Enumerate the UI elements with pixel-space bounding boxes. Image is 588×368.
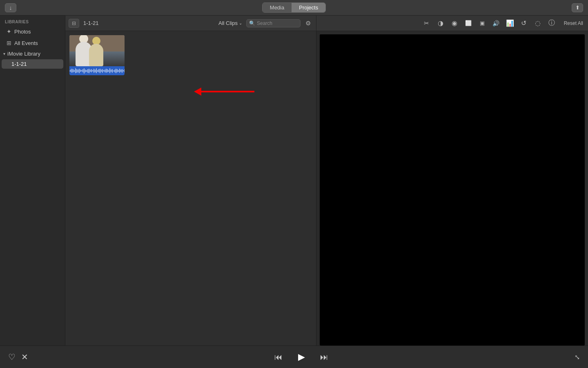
skip-forward-button[interactable]: ⏭ — [318, 351, 330, 363]
video-preview — [320, 34, 585, 346]
tune-button[interactable]: ✂ — [422, 18, 432, 28]
main-area: LIBRARIES ✦ Photos ⊞ All Events ▾ iMovie… — [0, 16, 588, 346]
crop-button[interactable]: ⬜ — [463, 18, 473, 28]
expand-button[interactable]: ⤡ — [575, 353, 580, 361]
balance-icon: ◉ — [452, 19, 457, 27]
clip-item[interactable] — [69, 35, 125, 75]
gear-icon: ⚙ — [305, 20, 311, 27]
equalizer-icon: 📊 — [506, 19, 514, 27]
arrow-head — [194, 88, 201, 96]
reject-button[interactable]: ✕ — [21, 352, 28, 362]
sidebar-item-label-all-events: All Events — [14, 40, 38, 46]
sidebar-library-label: iMovie Library — [7, 51, 40, 57]
video-toolbar: ✂ ◑ ◉ ⬜ ▣ 🔊 — [316, 16, 588, 31]
media-projects-tabs: Media Projects — [262, 2, 326, 13]
favorite-button[interactable]: ♡ — [8, 352, 16, 362]
red-arrow-annotation — [194, 88, 254, 96]
top-bar: ↓ Media Projects ⬆ — [0, 0, 588, 16]
panels-row — [65, 31, 588, 346]
info-icon: ⓘ — [548, 19, 555, 27]
sidebar-toggle-button[interactable]: ⊟ — [69, 19, 79, 28]
color-correction-button[interactable]: ◑ — [436, 18, 445, 28]
sidebar: LIBRARIES ✦ Photos ⊞ All Events ▾ iMovie… — [0, 16, 65, 346]
audio-button[interactable]: 🔊 — [491, 18, 501, 28]
noise-icon: ◌ — [535, 19, 541, 27]
audio-icon: 🔊 — [492, 20, 499, 27]
sidebar-item-all-events[interactable]: ⊞ All Events — [2, 38, 63, 48]
equalizer-button[interactable]: 📊 — [505, 18, 515, 28]
viewer-panel — [316, 31, 588, 346]
sidebar-toggle-icon: ⊟ — [72, 20, 76, 26]
top-bar-right: ⬆ — [572, 3, 583, 12]
tune-icon: ✂ — [424, 20, 429, 27]
search-input[interactable] — [257, 20, 298, 26]
clips-title: 1-1-21 — [83, 20, 99, 26]
play-button[interactable]: ▶ — [294, 350, 308, 364]
clip-thumb-bg — [69, 35, 125, 66]
sidebar-item-label-1-1-21: 1-1-21 — [11, 61, 27, 67]
clips-toolbar: ⊟ 1-1-21 All Clips ⌄ 🔍 ⚙ — [65, 16, 316, 31]
stabilization-button[interactable]: ▣ — [477, 18, 487, 28]
skip-back-button[interactable]: ⏮ — [272, 351, 285, 363]
all-clips-button[interactable]: All Clips ⌄ — [217, 19, 244, 27]
speed-icon: ↺ — [521, 19, 526, 27]
download-button[interactable]: ↓ — [5, 3, 16, 12]
clip-thumbnail — [69, 35, 125, 66]
crop-icon: ⬜ — [465, 20, 472, 26]
sidebar-section-label: LIBRARIES — [0, 18, 65, 26]
audio-waveform — [69, 67, 125, 74]
skip-back-icon: ⏮ — [274, 352, 283, 362]
skip-forward-icon: ⏭ — [320, 352, 328, 362]
noise-reduction-button[interactable]: ◌ — [533, 18, 543, 28]
all-clips-label: All Clips — [218, 20, 238, 26]
balance-button[interactable]: ◉ — [450, 18, 459, 28]
search-icon: 🔍 — [249, 20, 255, 26]
combined-toolbar: ⊟ 1-1-21 All Clips ⌄ 🔍 ⚙ ✂ — [65, 16, 588, 31]
content-area: ⊟ 1-1-21 All Clips ⌄ 🔍 ⚙ ✂ — [65, 16, 588, 346]
camera-icon: ▣ — [480, 20, 485, 26]
bottom-bar: ♡ ✕ ⏮ ▶ ⏭ ⤡ — [0, 346, 588, 368]
photos-icon: ✦ — [7, 28, 11, 35]
play-icon: ▶ — [298, 352, 305, 362]
arrow-line — [201, 91, 254, 92]
reset-all-button[interactable]: Reset All — [564, 20, 583, 26]
tab-projects[interactable]: Projects — [292, 3, 325, 12]
share-icon: ⬆ — [575, 4, 580, 11]
sidebar-item-1-1-21[interactable]: 1-1-21 — [2, 59, 63, 69]
all-clips-chevron-icon: ⌄ — [239, 21, 242, 25]
speed-button[interactable]: ↺ — [519, 18, 529, 28]
sidebar-item-label-photos: Photos — [14, 29, 31, 35]
share-button[interactable]: ⬆ — [572, 3, 583, 12]
top-bar-left: ↓ — [5, 3, 16, 12]
clips-panel — [65, 31, 316, 346]
person-right — [89, 44, 103, 66]
tab-media[interactable]: Media — [263, 3, 292, 12]
bottom-right-controls: ⤡ — [575, 353, 580, 361]
sidebar-item-photos[interactable]: ✦ Photos — [2, 26, 63, 37]
gear-button[interactable]: ⚙ — [303, 18, 313, 28]
bottom-left-controls: ♡ ✕ — [8, 352, 28, 362]
clip-audio-bar — [69, 66, 125, 75]
search-box[interactable]: 🔍 — [246, 19, 301, 27]
chevron-down-icon: ▾ — [3, 52, 5, 56]
download-icon: ↓ — [9, 4, 12, 11]
sidebar-imovie-library[interactable]: ▾ iMovie Library — [0, 49, 65, 59]
info-button[interactable]: ⓘ — [547, 18, 557, 28]
playback-controls: ⏮ ▶ ⏭ — [28, 350, 575, 364]
color-icon: ◑ — [438, 19, 443, 27]
all-events-icon: ⊞ — [7, 40, 11, 46]
